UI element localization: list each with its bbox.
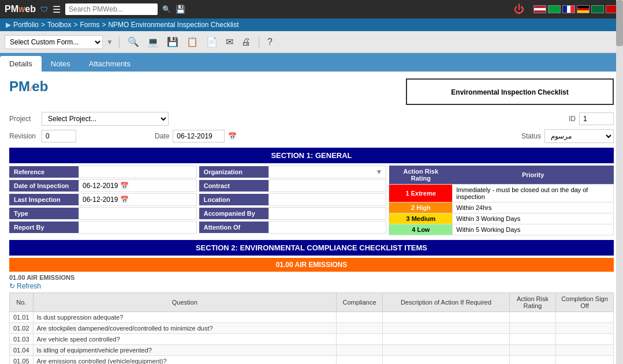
flag-de[interactable] [577,5,590,13]
breadcrumb-arrow: ▶ [6,21,11,29]
col-signoff-header: Completion Sign Off [556,293,614,312]
row-risk-rating[interactable] [510,345,556,356]
breadcrumb-forms[interactable]: Forms [80,21,99,29]
col-compliance-header: Compliance [337,293,383,312]
col-question-header: Question [33,293,336,312]
row-risk-rating[interactable] [510,323,556,334]
row-description[interactable] [383,334,510,345]
organization-input[interactable] [273,168,376,175]
type-input[interactable] [83,210,193,217]
accompanied-by-value[interactable] [268,207,387,220]
save-icon[interactable]: 💾 [176,5,185,14]
attention-of-input[interactable] [273,224,383,231]
status-label: Status [521,132,541,140]
row-compliance[interactable] [337,312,383,323]
date-inspection-cal-icon[interactable]: 📅 [120,182,129,190]
breadcrumb-portfolio[interactable]: Portfolio [13,21,39,29]
toolbar-save-button[interactable]: 💾 [165,35,181,48]
reference-label: Reference [9,166,79,178]
date-inspection-value[interactable]: 06-12-2019 📅 [79,179,197,192]
breadcrumb-sep3: > [102,21,106,29]
report-by-value[interactable] [79,221,197,234]
toolbar-separator [119,36,120,48]
menu-icon[interactable]: ☰ [53,4,61,15]
project-label: Project [9,115,38,123]
risk-3-priority: Within 3 Working Days [453,213,614,224]
reference-input[interactable] [83,168,193,175]
toolbar-doc-button[interactable]: 📄 [204,35,220,48]
row-description[interactable] [383,356,510,365]
row-signoff[interactable] [556,334,614,345]
contract-input[interactable] [273,182,383,189]
last-inspection-value[interactable]: 06-12-2019 📅 [79,193,197,206]
tab-notes[interactable]: Notes [42,56,80,72]
toolbar-copy-button[interactable]: 📋 [184,35,200,48]
custom-form-select[interactable]: Select Custom Form... [5,35,103,49]
toolbar-search-button[interactable]: 🔍 [125,35,141,48]
refresh-icon: ↻ [9,282,15,290]
attention-of-value[interactable] [268,221,387,234]
location-input[interactable] [273,196,383,203]
row-compliance[interactable] [337,345,383,356]
flag-bar [534,5,618,13]
row-risk-rating[interactable] [510,334,556,345]
table-row: 01.05 Are emissions controlled (vehicle/… [10,356,614,365]
accompanied-by-input[interactable] [273,210,383,217]
toolbar-screen-button[interactable]: 💻 [145,35,161,48]
scrollbar[interactable] [616,0,623,364]
row-compliance[interactable] [337,334,383,345]
row-compliance[interactable] [337,323,383,334]
revision-date-status-row: Revision 0 Date 06-12-2019 📅 Status مرسو… [9,129,614,143]
date-calendar-icon[interactable]: 📅 [228,132,237,140]
toolbar-print-button[interactable]: 🖨 [239,36,253,48]
row-compliance[interactable] [337,356,383,365]
tab-attachments[interactable]: Attachments [80,56,140,72]
tab-details[interactable]: Details [0,56,42,72]
toolbar-help-button[interactable]: ? [265,36,275,48]
row-risk-rating[interactable] [510,356,556,365]
organization-dropdown-icon[interactable]: ▼ [375,168,382,176]
status-select[interactable]: مرسوم [544,129,614,143]
search-input[interactable] [65,3,158,15]
type-label: Type [9,208,79,219]
row-no: 01.05 [10,356,33,365]
row-signoff[interactable] [556,323,614,334]
reference-row: Reference [9,166,197,178]
search-icon[interactable]: 🔍 [162,5,171,13]
contract-row: Contract [199,179,387,192]
toolbar-email-button[interactable]: ✉ [223,35,236,48]
flag-us[interactable] [534,5,546,13]
organization-value[interactable]: ▼ [268,166,387,178]
pmweb-logo-top: PMWeb [5,4,36,14]
air-emissions-refresh-button[interactable]: ↻ Refresh [9,282,41,290]
row-signoff[interactable] [556,356,614,365]
breadcrumb-toolbox[interactable]: Toolbox [47,21,71,29]
row-description[interactable] [383,345,510,356]
date-input[interactable]: 06-12-2019 [173,130,225,142]
row-description[interactable] [383,323,510,334]
reference-value[interactable] [79,166,197,178]
id-input[interactable]: 1 [579,112,614,125]
last-inspection-cal-icon[interactable]: 📅 [120,196,129,204]
row-risk-rating[interactable] [510,312,556,323]
flag-br[interactable] [548,5,561,13]
contract-value[interactable] [268,179,387,192]
location-value[interactable] [268,193,387,206]
row-signoff[interactable] [556,312,614,323]
main-content: PM/eb Environmental Inspection Checklist… [0,72,623,364]
flag-sa[interactable] [591,5,604,13]
revision-input[interactable]: 0 [42,130,76,142]
pmweb-content-logo: PM/eb [9,78,48,95]
row-description[interactable] [383,312,510,323]
project-select[interactable]: Select Project... [42,112,169,126]
col-description-header: Description of Action If Required [383,293,510,312]
type-value[interactable] [79,207,197,220]
row-signoff[interactable] [556,345,614,356]
flag-fr[interactable] [562,5,575,13]
report-by-input[interactable] [83,224,193,231]
risk-rating-section: Action Risk Rating Priority 1 Extreme Im… [389,166,614,235]
tab-bar: Details Notes Attachments [0,53,623,72]
power-button[interactable]: ⏻ [514,3,524,16]
scrollbar-thumb[interactable] [616,0,623,46]
table-header-row: No. Question Compliance Description of A… [10,293,614,312]
